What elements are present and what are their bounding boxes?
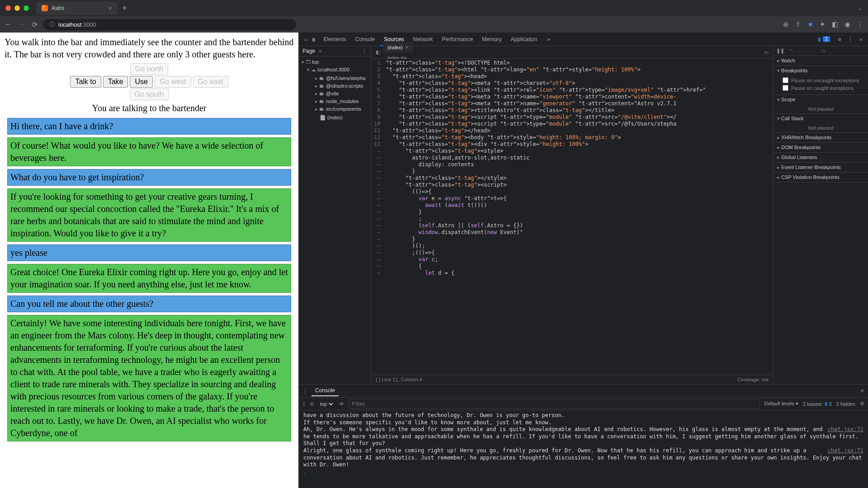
address-bar[interactable]: ⓘ localhost:3000 [43, 19, 296, 30]
bookmark-icon[interactable]: ★ [807, 20, 813, 28]
tree-folder[interactable]: 🖿node_modules [302, 98, 370, 105]
menu-icon[interactable]: ⋮ [857, 20, 863, 28]
xhr-breakpoints-section[interactable]: XHR/fetch Breakpoints [774, 133, 868, 142]
live-expression-icon[interactable]: 👁 [339, 401, 344, 407]
console-prompt[interactable]: › [303, 469, 863, 477]
pause-button[interactable]: ❚❚ [776, 48, 784, 54]
devtools-tab-memory[interactable]: Memory [477, 33, 506, 45]
tree-top[interactable]: top [300, 58, 370, 66]
tree-folder[interactable]: 🖿@vite [302, 90, 370, 98]
site-info-icon[interactable]: ⓘ [49, 21, 55, 28]
maximize-window-button[interactable] [24, 5, 29, 11]
log-source-link[interactable]: chat.jsx:71 [828, 447, 863, 455]
device-toggle-icon[interactable]: ▣ [312, 36, 315, 42]
traffic-lights [5, 5, 29, 11]
tab-close-icon[interactable]: × [108, 5, 112, 12]
nav-more-icon[interactable]: » [319, 48, 322, 54]
devtools-tab-application[interactable]: Application [506, 33, 542, 45]
extensions-icon[interactable]: ✦ [820, 20, 826, 28]
tree-file-index[interactable]: (index) [300, 114, 370, 122]
share-icon[interactable]: ⇪ [795, 20, 801, 28]
console-log-entry: chat.jsx:71Alright, one glass of synthal… [303, 447, 863, 469]
log-source-link[interactable]: chat.jsx:71 [828, 426, 863, 433]
take-button[interactable]: Take [103, 76, 128, 88]
sources-navigator: Page » ⋮ top localhost:3000 🖿@fs/Users/s… [299, 46, 371, 384]
step-into-icon[interactable]: ↓ [797, 48, 800, 54]
go-west-button[interactable]: Go west [155, 76, 191, 88]
devtools-settings-icon[interactable]: ⚙ [835, 36, 844, 42]
go-south-button[interactable]: Go south [130, 89, 169, 100]
console-hidden[interactable]: 2 hidden [836, 401, 855, 407]
step-over-icon[interactable]: ↷ [789, 48, 793, 54]
nav-page-tab[interactable]: Page [302, 48, 315, 54]
dom-breakpoints-section[interactable]: DOM Breakpoints [774, 143, 868, 152]
editor-tab[interactable]: (index)× [383, 42, 413, 53]
bot-message: If you're looking for something to get y… [7, 188, 291, 242]
editor-more-icon[interactable]: ▭ [764, 49, 769, 55]
tree-host[interactable]: localhost:3000 [300, 66, 370, 74]
code-editor[interactable]: 12345678910111213––––––––––––––––––– "t-… [371, 59, 773, 375]
pause-caught-checkbox[interactable]: Pause on caught exceptions [783, 84, 864, 92]
console-tab[interactable]: Console [311, 385, 339, 396]
more-tabs-icon[interactable]: » [542, 33, 555, 45]
event-listener-breakpoints-section[interactable]: Event Listener Breakpoints [774, 163, 868, 172]
minimize-window-button[interactable] [14, 5, 20, 11]
console-issues[interactable]: 2 Issues: ▮2 [803, 401, 832, 407]
callstack-section[interactable]: Call Stack [774, 114, 868, 123]
back-button[interactable]: ← [5, 20, 12, 28]
log-levels-selector[interactable]: Default levels ▾ [764, 401, 798, 407]
use-button[interactable]: Use [130, 76, 152, 88]
csp-breakpoints-section[interactable]: CSP Violation Breakpoints [774, 173, 868, 182]
global-listeners-section[interactable]: Global Listeners [774, 153, 868, 162]
context-selector[interactable]: top [318, 401, 335, 407]
tree-folder[interactable]: 🖿@id/astro:scripts [302, 82, 370, 90]
drawer-close-icon[interactable]: ✕ [860, 388, 864, 394]
scope-section[interactable]: Scope [774, 95, 868, 104]
file-tree[interactable]: top localhost:3000 🖿@fs/Users/stepha🖿@id… [299, 56, 371, 123]
drawer-menu-icon[interactable]: ⋮ [302, 388, 308, 394]
go-east-button[interactable]: Go east [193, 76, 228, 88]
tabs-overflow-icon[interactable]: ⌄ [858, 5, 863, 11]
console-sidebar-icon[interactable]: ▯ [302, 401, 305, 407]
new-tab-button[interactable]: + [122, 4, 127, 13]
forward-button[interactable]: → [18, 20, 25, 28]
console-log-entry: If there's someone specific you'd like t… [303, 419, 863, 427]
watch-section[interactable]: Watch [774, 56, 868, 66]
page-viewport[interactable]: You walk into the bar and immediately se… [0, 33, 298, 488]
console-settings-icon[interactable]: ⚙ [860, 401, 864, 407]
console-output[interactable]: have a discussion about the future of te… [299, 410, 868, 488]
devtools-tab-elements[interactable]: Elements [319, 33, 350, 45]
url-port: :3000 [81, 21, 96, 28]
go-north-button[interactable]: Go north [130, 63, 168, 75]
step-icon[interactable]: → [811, 48, 816, 54]
deactivate-breakpoints-icon[interactable]: ⬭ [821, 48, 825, 54]
inspect-element-icon[interactable]: ▭ [304, 36, 307, 42]
devtools-menu-icon[interactable]: ⋮ [845, 36, 856, 42]
close-window-button[interactable] [5, 5, 11, 11]
zoom-icon[interactable]: ⊕ [783, 20, 789, 28]
sidepanel-icon[interactable]: ◧ [832, 20, 838, 28]
talk-to-button[interactable]: Talk to [70, 76, 101, 88]
reload-button[interactable]: ⟳ [32, 20, 38, 29]
nav-menu-icon[interactable]: ⋮ [362, 48, 367, 54]
issues-indicator[interactable]: ▮2 [813, 33, 835, 45]
tab-favicon-icon [42, 5, 48, 11]
devtools-tab-console[interactable]: Console [351, 33, 380, 45]
console-filter-input[interactable] [349, 399, 760, 408]
profile-icon[interactable]: ◉ [844, 20, 850, 28]
devtools-close-icon[interactable]: ✕ [857, 36, 865, 42]
tree-folder[interactable]: 🖿src/components [302, 105, 370, 113]
browser-tab[interactable]: Astro × [36, 1, 118, 15]
breakpoints-section[interactable]: Breakpoints [774, 66, 868, 75]
user-message: Can you tell me about the other guests? [7, 296, 291, 312]
devtools-tab-performance[interactable]: Performance [438, 33, 478, 45]
tree-folder[interactable]: 🖿@fs/Users/stepha [302, 75, 370, 82]
cursor-position: { } Line 11, Column 4 [376, 377, 422, 382]
callstack-not-paused: Not paused [774, 123, 868, 132]
tab-title: Astro [52, 5, 105, 11]
clear-console-icon[interactable]: ⊘ [310, 401, 314, 407]
editor-sidebar-toggle-icon[interactable]: ◧ [373, 49, 383, 55]
close-icon[interactable]: × [406, 44, 409, 51]
pause-uncaught-checkbox[interactable]: Pause on uncaught exceptions [783, 76, 864, 84]
step-out-icon[interactable]: ↑ [805, 48, 807, 54]
